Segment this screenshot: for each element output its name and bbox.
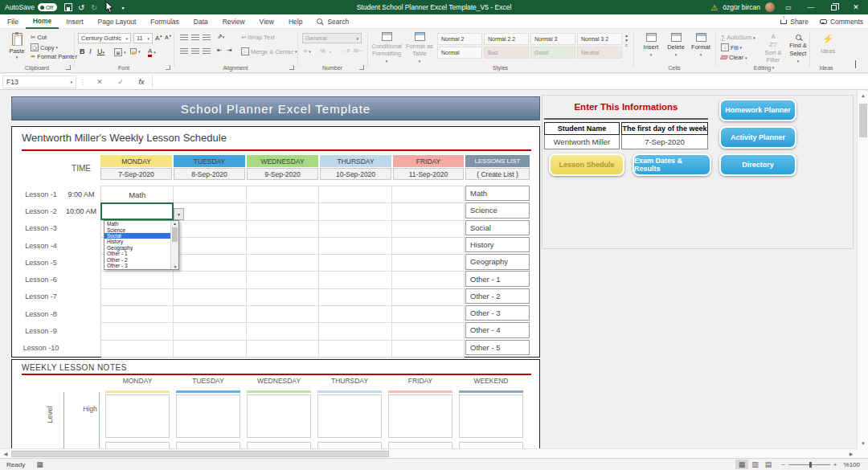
number-dialog-launcher-icon[interactable] — [359, 65, 364, 70]
increase-font-icon[interactable]: A▲ — [155, 34, 162, 42]
schedule-cell[interactable] — [247, 306, 319, 323]
dropdown-scrollbar[interactable]: ▲▼ — [170, 221, 178, 269]
orientation-icon[interactable]: ⇗▾ — [217, 33, 224, 40]
zoom-slider-thumb[interactable] — [809, 462, 812, 468]
lessons-list-item[interactable]: Other - 5 — [465, 340, 530, 355]
schedule-cell[interactable] — [101, 323, 174, 340]
time-cell[interactable]: 9:00 AM — [62, 186, 100, 202]
schedule-cell[interactable] — [392, 289, 465, 306]
merge-center-button[interactable]: ↔Merge & Center▾ — [241, 47, 297, 55]
quick-access-customize-icon[interactable]: ▾ — [117, 2, 129, 13]
normal-view-button[interactable]: ▦ — [735, 460, 749, 469]
avatar[interactable] — [765, 2, 775, 12]
decrease-decimal-icon[interactable]: .00→ — [352, 48, 363, 53]
note-cell[interactable] — [459, 394, 523, 438]
fill-button[interactable]: ↓Fill▾ — [721, 43, 742, 51]
schedule-cell[interactable] — [101, 289, 174, 306]
format-painter-button[interactable]: ✒Format Painter — [31, 53, 77, 60]
align-left-icon[interactable] — [180, 48, 188, 55]
date-wednesday[interactable]: 9-Sep-2020 — [247, 168, 318, 180]
scroll-right-icon[interactable]: ▶ — [845, 451, 857, 456]
schedule-cell[interactable] — [247, 221, 319, 238]
schedule-cell[interactable] — [174, 272, 246, 288]
date-monday[interactable]: 7-Sep-2020 — [100, 168, 172, 180]
borders-button[interactable]: ⊞▾ — [114, 48, 126, 56]
zoom-slider[interactable] — [788, 464, 830, 465]
schedule-cell[interactable] — [392, 323, 465, 340]
schedule-cell[interactable] — [247, 289, 319, 306]
horizontal-scrollbar[interactable]: ◀ ▶ — [0, 448, 857, 458]
schedule-cell[interactable] — [319, 323, 391, 340]
note-cell[interactable] — [105, 442, 170, 448]
ribbon-display-options-icon[interactable]: ▭ — [780, 0, 797, 14]
schedule-cell[interactable] — [247, 323, 319, 340]
exam-dates-results-button[interactable]: Exam Dates & Results — [633, 153, 711, 176]
note-cell[interactable] — [105, 394, 170, 438]
lessons-list-item[interactable]: Other - 1 — [465, 271, 530, 286]
schedule-cell[interactable] — [247, 341, 319, 358]
italic-button[interactable]: I — [89, 47, 92, 55]
schedule-cell[interactable] — [174, 238, 246, 255]
paste-button[interactable]: Paste ▾ — [5, 32, 29, 64]
autosum-button[interactable]: ∑AutoSum▾ — [721, 34, 755, 41]
schedule-cell[interactable] — [319, 272, 391, 288]
style-normal-3-2[interactable]: Normal 3 2 — [577, 33, 622, 45]
schedule-cell[interactable] — [247, 203, 319, 220]
align-right-icon[interactable] — [203, 48, 211, 55]
close-button[interactable]: ✕ — [847, 0, 865, 14]
tab-review[interactable]: Review — [215, 14, 252, 29]
schedule-cell[interactable] — [319, 203, 391, 220]
schedule-cell[interactable] — [392, 203, 465, 220]
clear-button[interactable]: Clear▾ — [721, 54, 747, 61]
dropdown-item[interactable]: Geography — [104, 245, 170, 251]
enter-icon[interactable]: ✓ — [110, 78, 131, 86]
dropdown-item[interactable]: Other - 3 — [104, 263, 170, 268]
conditional-formatting-button[interactable]: Conditional Formatting▾ — [371, 32, 403, 64]
lessons-list-note[interactable]: ( Create List ) — [465, 168, 530, 180]
schedule-cell[interactable] — [392, 255, 465, 272]
name-box[interactable]: F13▾ — [2, 76, 76, 88]
user-name[interactable]: özgür bircan — [723, 3, 760, 11]
bold-button[interactable]: B — [80, 47, 85, 55]
align-bottom-icon[interactable] — [203, 35, 211, 41]
schedule-cell[interactable] — [392, 306, 465, 323]
autosave-toggle[interactable]: Off — [38, 3, 57, 11]
copy-button[interactable]: ❏Copy▾ — [31, 43, 58, 51]
time-cell[interactable]: 10:00 AM — [62, 202, 100, 219]
vertical-scrollbar[interactable]: ▲ ▼ — [857, 91, 868, 448]
schedule-title[interactable]: Wentworth Miller's Weekly Lesson Schedul… — [22, 132, 227, 144]
day-header-thursday[interactable]: THURSDAY — [320, 155, 391, 167]
lessons-list-header[interactable]: LESSONS LIST — [465, 155, 530, 167]
note-cell[interactable] — [176, 394, 240, 438]
lessons-list-item[interactable]: Other - 4 — [465, 322, 530, 337]
student-name-value[interactable]: Wentworth Miller — [544, 135, 620, 149]
day-header-tuesday[interactable]: TUESDAY — [174, 155, 245, 167]
scroll-up-icon[interactable]: ▲ — [858, 93, 868, 98]
format-cells-button[interactable]: Format▾ — [690, 33, 712, 58]
redo-icon[interactable]: ↻ — [88, 2, 100, 13]
cell-dropdown-button[interactable]: ▼ — [174, 208, 184, 220]
dropdown-scrollbar-thumb[interactable] — [172, 227, 178, 242]
dropdown-item[interactable]: Math — [104, 221, 170, 227]
schedule-cell[interactable] — [247, 272, 319, 288]
schedule-cell[interactable] — [392, 341, 465, 358]
zoom-level[interactable]: %100 — [844, 461, 860, 468]
tab-file[interactable]: File — [0, 14, 26, 29]
schedule-cell[interactable] — [174, 203, 246, 220]
dropdown-item[interactable]: Science — [104, 227, 170, 232]
worksheet[interactable]: School Planner Excel Template Wentworth … — [0, 91, 857, 448]
decrease-indent-icon[interactable]: ⇤ — [217, 47, 223, 54]
schedule-cell[interactable] — [319, 221, 391, 238]
formula-input[interactable] — [152, 76, 865, 88]
note-cell[interactable] — [317, 394, 382, 438]
note-cell[interactable] — [317, 442, 382, 448]
lessons-list-item[interactable]: Geography — [465, 254, 530, 269]
schedule-cell[interactable] — [174, 221, 246, 238]
style-gallery-scroll[interactable]: ▲▼≡ — [622, 33, 631, 47]
accounting-format-icon[interactable]: ¤▾ — [304, 47, 311, 55]
wrap-text-button[interactable]: ↩Wrap Text — [241, 34, 275, 41]
warning-icon[interactable]: ⚠ — [710, 3, 718, 12]
schedule-cell[interactable] — [319, 306, 391, 323]
increase-decimal-icon[interactable]: ←.0 — [341, 48, 350, 53]
format-as-table-button[interactable]: Format as Table▾ — [404, 32, 435, 64]
